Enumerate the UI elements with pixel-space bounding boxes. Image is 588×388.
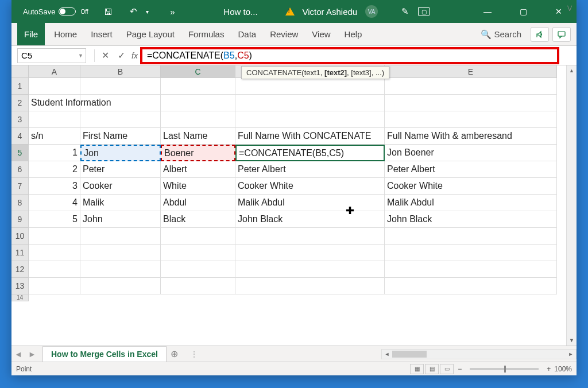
view-page-break-button[interactable]: ▭ (440, 364, 454, 374)
cell-D4[interactable]: Full Name With CONCATENATE (235, 128, 385, 145)
cell-D6[interactable]: Peter Albert (235, 161, 385, 178)
cell-A8[interactable]: 4 (29, 195, 80, 211)
cell-D2[interactable] (235, 95, 385, 111)
cell-B3[interactable] (80, 111, 161, 128)
scroll-left-icon[interactable]: ◄ (382, 350, 392, 359)
avatar[interactable]: VA (365, 5, 378, 18)
scroll-up-icon[interactable]: ▲ (567, 65, 577, 76)
name-box-dropdown-icon[interactable]: ▼ (78, 53, 83, 59)
cell-C8[interactable]: Abdul (161, 195, 235, 211)
tab-file[interactable]: File (17, 23, 45, 45)
cell-E10[interactable] (385, 228, 557, 245)
cell-E3[interactable] (385, 111, 557, 128)
zoom-out-button[interactable]: − (458, 365, 462, 373)
cell-C9[interactable]: Black (161, 211, 235, 228)
row-header-9[interactable]: 9 (11, 211, 29, 228)
minimize-button[interactable]: — (475, 0, 500, 23)
cell-A5[interactable]: 1 (29, 145, 80, 161)
view-normal-button[interactable]: ▦ (410, 364, 424, 374)
cell-E11[interactable] (385, 245, 557, 261)
row-header-14[interactable]: 14 (11, 294, 29, 301)
cell-A9[interactable]: 5 (29, 211, 80, 228)
cell-D11[interactable] (235, 245, 385, 261)
cell-B1[interactable] (80, 78, 161, 95)
cell-D5[interactable]: =CONCATENATE(B5,C5) (235, 145, 385, 161)
enter-formula-button[interactable]: ✓ (113, 50, 129, 61)
save-icon[interactable]: 🖫 (103, 6, 114, 17)
cell-A3[interactable] (29, 111, 80, 128)
view-page-layout-button[interactable]: ▤ (425, 364, 439, 374)
cell-C13[interactable] (161, 278, 235, 294)
cell-A1[interactable] (29, 78, 80, 95)
cell-E1[interactable] (385, 78, 557, 95)
tab-view[interactable]: View (305, 23, 337, 45)
select-all-corner[interactable] (11, 65, 29, 78)
row-header-6[interactable]: 6 (11, 161, 29, 178)
cell-A4[interactable]: s/n (29, 128, 80, 145)
name-box[interactable]: C5 ▼ (17, 48, 86, 63)
zoom-in-button[interactable]: + (547, 365, 551, 373)
cell-D13[interactable] (235, 278, 385, 294)
share-button[interactable] (531, 27, 549, 42)
cell-B8[interactable]: Malik (80, 195, 161, 211)
cell-B5[interactable]: Jon (80, 145, 161, 161)
cell-B7[interactable]: Cooker (80, 178, 161, 195)
cell-E8[interactable]: Malik Abdul (385, 195, 557, 211)
worksheet-grid[interactable]: CONCATENATE(text1, [text2], [text3], ...… (11, 65, 577, 346)
cell-E5[interactable]: Jon Boener (385, 145, 557, 161)
cell-A11[interactable] (29, 245, 80, 261)
row-header-4[interactable]: 4 (11, 128, 29, 145)
cell-C5[interactable]: Boener (161, 145, 235, 161)
cell-E9[interactable]: John Black (385, 211, 557, 228)
row-header-7[interactable]: 7 (11, 178, 29, 195)
row-header-5[interactable]: 5 (11, 145, 29, 161)
row-header-11[interactable]: 11 (11, 245, 29, 261)
row-header-2[interactable]: 2 (11, 95, 29, 111)
quick-access-icon[interactable]: ✎ (400, 6, 410, 17)
function-tooltip[interactable]: CONCATENATE(text1, [text2], [text3], ...… (241, 66, 389, 79)
tab-formulas[interactable]: Formulas (181, 23, 231, 45)
user-name[interactable]: Victor Ashiedu (303, 7, 358, 17)
sheet-tab-active[interactable]: How to Merge Cells in Excel (42, 346, 167, 362)
column-header-B[interactable]: B (80, 65, 161, 78)
cell-B4[interactable]: First Name (80, 128, 161, 145)
cell-C10[interactable] (161, 228, 235, 245)
cell-E7[interactable]: Cooker White (385, 178, 557, 195)
column-header-E[interactable]: E (385, 65, 557, 78)
sheet-nav-next[interactable]: ► (25, 350, 39, 359)
cell-E13[interactable] (385, 278, 557, 294)
cell-C4[interactable]: Last Name (161, 128, 235, 145)
tab-insert[interactable]: Insert (84, 23, 119, 45)
cell-C6[interactable]: Albert (161, 161, 235, 178)
tab-review[interactable]: Review (263, 23, 305, 45)
vertical-scrollbar[interactable]: ▲ ▼ (566, 65, 577, 346)
cell-D8[interactable]: Malik Abdul (235, 195, 385, 211)
cell-D12[interactable] (235, 261, 385, 278)
tab-page-layout[interactable]: Page Layout (119, 23, 181, 45)
warning-icon[interactable] (285, 7, 295, 15)
row-header-13[interactable]: 13 (11, 278, 29, 294)
row-header-1[interactable]: 1 (11, 78, 29, 95)
cell-B9[interactable]: John (80, 211, 161, 228)
new-sheet-button[interactable]: ⊕ (167, 348, 183, 359)
column-header-A[interactable]: A (29, 65, 80, 78)
ribbon-display-icon[interactable]: ▢ (418, 7, 430, 15)
cell-B12[interactable] (80, 261, 161, 278)
row-header-10[interactable]: 10 (11, 228, 29, 245)
close-button[interactable]: ✕ (547, 0, 571, 23)
sheet-nav-prev[interactable]: ◄ (11, 350, 25, 359)
scroll-right-icon[interactable]: ► (566, 350, 576, 359)
cell-C11[interactable] (161, 245, 235, 261)
cell-B11[interactable] (80, 245, 161, 261)
cell-C7[interactable]: White (161, 178, 235, 195)
undo-dropdown-icon[interactable]: ▾ (142, 6, 153, 17)
zoom-slider[interactable] (470, 368, 539, 370)
toggle-switch[interactable] (59, 7, 76, 15)
cell-C3[interactable] (161, 111, 235, 128)
cell-E4[interactable]: Full Name With & amberesand (385, 128, 557, 145)
cell-A10[interactable] (29, 228, 80, 245)
scroll-down-icon[interactable]: ▼ (567, 335, 577, 346)
sheet-tab-more-icon[interactable]: ⋮ (183, 350, 206, 359)
horizontal-scrollbar[interactable]: ◄ ► (381, 349, 577, 359)
cell-A7[interactable]: 3 (29, 178, 80, 195)
